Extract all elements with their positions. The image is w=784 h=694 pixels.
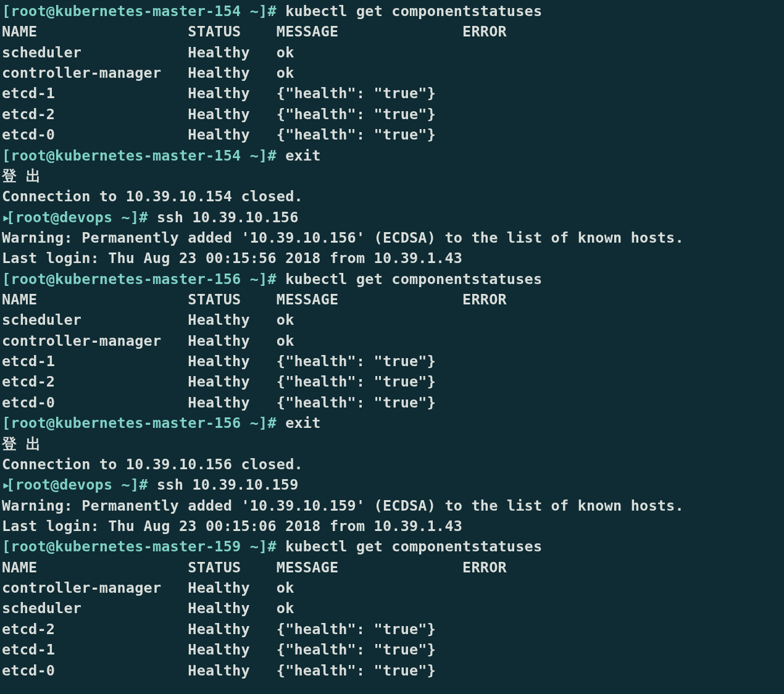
terminal-text: Connection to 10.39.10.154 closed. [2, 188, 303, 205]
shell-prompt: [root@kubernetes-master-156 ~]# [2, 270, 277, 288]
terminal-text: Warning: Permanently added '10.39.10.159… [2, 497, 684, 514]
terminal-output[interactable]: [root@kubernetes-master-154 ~]# kubectl … [2, 1, 782, 681]
terminal-text: etcd-2 Healthy {"health": "true"} [2, 106, 436, 123]
terminal-text: controller-manager Healthy ok [2, 332, 294, 349]
terminal-line: [root@kubernetes-master-156 ~]# kubectl … [2, 269, 782, 290]
terminal-text: 登 出 [2, 167, 41, 185]
terminal-line: NAME STATUS MESSAGE ERROR [2, 290, 782, 310]
terminal-text: scheduler Healthy ok [2, 311, 294, 328]
terminal-line: ▸[root@devops ~]# ssh 10.39.10.159 [2, 475, 782, 495]
terminal-line: controller-manager Healthy ok [2, 331, 782, 351]
terminal-text: Last login: Thu Aug 23 00:15:06 2018 fro… [2, 517, 462, 535]
terminal-text: exit [277, 147, 321, 164]
terminal-text: Warning: Permanently added '10.39.10.156… [2, 229, 684, 246]
terminal-text: etcd-1 Healthy {"health": "true"} [2, 85, 436, 102]
shell-prompt: [root@kubernetes-master-156 ~]# [2, 414, 277, 432]
terminal-line: etcd-2 Healthy {"health": "true"} [2, 619, 782, 640]
shell-prompt: [root@kubernetes-master-154 ~]# [2, 2, 277, 20]
terminal-text: kubectl get componentstatuses [277, 270, 542, 288]
terminal-line: etcd-1 Healthy {"health": "true"} [2, 351, 782, 372]
terminal-text: scheduler Healthy ok [2, 600, 294, 617]
terminal-text: controller-manager Healthy ok [2, 579, 294, 596]
terminal-text: kubectl get componentstatuses [277, 538, 542, 555]
terminal-line: etcd-2 Healthy {"health": "true"} [2, 372, 782, 392]
terminal-text: etcd-2 Healthy {"health": "true"} [2, 621, 436, 638]
terminal-text: etcd-0 Healthy {"health": "true"} [2, 126, 436, 143]
terminal-line: controller-manager Healthy ok [2, 63, 782, 83]
terminal-text: scheduler Healthy ok [2, 44, 294, 61]
terminal-line: 登 出 [2, 166, 782, 186]
terminal-line: NAME STATUS MESSAGE ERROR [2, 22, 782, 42]
terminal-text: controller-manager Healthy ok [2, 64, 294, 82]
terminal-line: scheduler Healthy ok [2, 43, 782, 63]
shell-prompt: [root@devops ~]# [6, 476, 148, 493]
terminal-line: controller-manager Healthy ok [2, 578, 782, 598]
terminal-line: etcd-1 Healthy {"health": "true"} [2, 640, 782, 660]
terminal-line: [root@kubernetes-master-156 ~]# exit [2, 413, 782, 433]
terminal-line: Connection to 10.39.10.156 closed. [2, 454, 782, 475]
terminal-text: etcd-2 Healthy {"health": "true"} [2, 373, 436, 390]
terminal-line: scheduler Healthy ok [2, 598, 782, 619]
terminal-line: etcd-1 Healthy {"health": "true"} [2, 83, 782, 104]
terminal-text: etcd-1 Healthy {"health": "true"} [2, 353, 436, 370]
terminal-line: NAME STATUS MESSAGE ERROR [2, 558, 782, 578]
terminal-line: Warning: Permanently added '10.39.10.159… [2, 496, 782, 516]
terminal-line: etcd-0 Healthy {"health": "true"} [2, 393, 782, 413]
terminal-text: 登 出 [2, 435, 41, 453]
terminal-text: Connection to 10.39.10.156 closed. [2, 456, 303, 473]
shell-prompt: [root@kubernetes-master-154 ~]# [2, 147, 277, 164]
terminal-text: NAME STATUS MESSAGE ERROR [2, 559, 507, 576]
terminal-line: etcd-0 Healthy {"health": "true"} [2, 661, 782, 681]
terminal-line: Last login: Thu Aug 23 00:15:06 2018 fro… [2, 516, 782, 537]
terminal-text: ssh 10.39.10.159 [148, 476, 299, 493]
shell-prompt: [root@devops ~]# [6, 209, 148, 226]
terminal-text: ssh 10.39.10.156 [148, 209, 299, 226]
terminal-line: Warning: Permanently added '10.39.10.156… [2, 228, 782, 248]
terminal-line: etcd-2 Healthy {"health": "true"} [2, 104, 782, 125]
terminal-line: [root@kubernetes-master-154 ~]# exit [2, 146, 782, 166]
terminal-text: kubectl get componentstatuses [277, 2, 542, 20]
terminal-text: NAME STATUS MESSAGE ERROR [2, 291, 507, 308]
terminal-text: etcd-0 Healthy {"health": "true"} [2, 662, 436, 679]
terminal-line: 登 出 [2, 434, 782, 454]
terminal-text: NAME STATUS MESSAGE ERROR [2, 23, 507, 40]
terminal-line: etcd-0 Healthy {"health": "true"} [2, 125, 782, 145]
terminal-text: Last login: Thu Aug 23 00:15:56 2018 fro… [2, 249, 462, 267]
selection-caret-icon: ▸ [2, 207, 6, 228]
terminal-line: [root@kubernetes-master-154 ~]# kubectl … [2, 1, 782, 22]
terminal-line: scheduler Healthy ok [2, 310, 782, 330]
terminal-text: etcd-1 Healthy {"health": "true"} [2, 641, 436, 658]
terminal-line: Last login: Thu Aug 23 00:15:56 2018 fro… [2, 248, 782, 269]
terminal-line: [root@kubernetes-master-159 ~]# kubectl … [2, 537, 782, 557]
shell-prompt: [root@kubernetes-master-159 ~]# [2, 538, 277, 555]
terminal-text: exit [277, 414, 321, 432]
terminal-line: Connection to 10.39.10.154 closed. [2, 186, 782, 207]
terminal-text: etcd-0 Healthy {"health": "true"} [2, 394, 436, 411]
terminal-line: ▸[root@devops ~]# ssh 10.39.10.156 [2, 207, 782, 228]
selection-caret-icon: ▸ [2, 475, 6, 495]
